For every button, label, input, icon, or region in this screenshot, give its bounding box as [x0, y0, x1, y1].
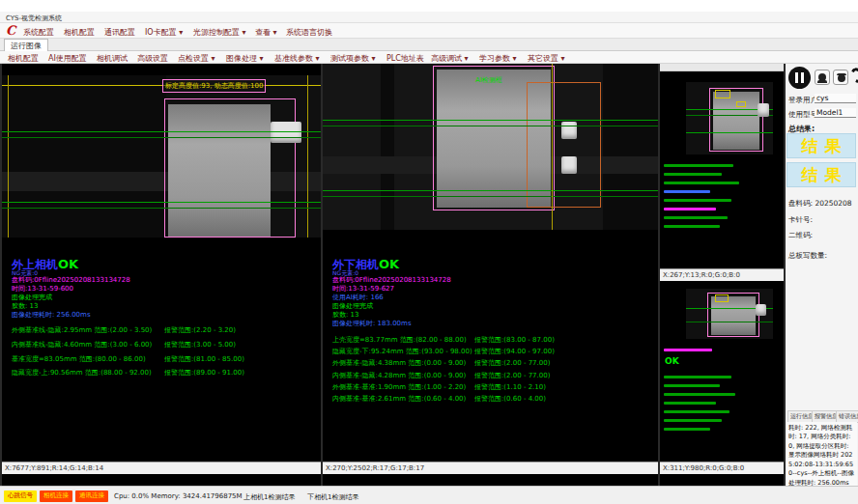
yellow-marker-box — [715, 294, 729, 302]
toolbar-item-5[interactable]: 图像处理 ▾ — [226, 53, 264, 64]
illegible-text-line — [664, 349, 712, 351]
mid-camera-image[interactable]: AI检测框 — [323, 64, 658, 230]
baseline-green-1 — [2, 131, 321, 132]
app-logo-icon: C — [6, 23, 15, 38]
page-top-strip — [0, 0, 858, 12]
toolbar-item-6[interactable]: 基准线参数 ▾ — [274, 53, 320, 64]
measurement-row: 外侧基准-基准:1.90mm 范围:(1.00 - 2.20)报警范围:(1.1… — [332, 382, 642, 392]
mid-camera-panel: AI检测框 外下相机OK NG元素:0 盘料码:0Ffline202502081… — [323, 64, 658, 486]
left-pixel-status: X:7677;Y:891;R:14;G:14;B:14 — [2, 462, 321, 474]
alarm-text: 报警范围:(83.00 - 87.00) — [474, 335, 555, 345]
view-mode-strip: 画面显示 拍照显示 检测显示 — [660, 64, 784, 71]
menu-bar: C 系统配置 相机配置 通讯配置 IO卡配置 ▾ 光源控制配置 ▾ 查看 ▾ 系… — [0, 23, 858, 39]
comm-link-badge: 通讯连接 — [75, 490, 108, 502]
side-view-top[interactable] — [660, 71, 784, 268]
run-log[interactable]: 耗时: 222, 网络检测耗时: 17, 网络分类耗时: 0, 网络提取分区耗时… — [786, 422, 857, 486]
illegible-text-line — [664, 216, 728, 219]
camera-icon-top — [837, 73, 846, 75]
measure-text: 隐藏宽度-上:90.56mm 范围:(88.00 - 92.00) — [12, 369, 152, 377]
baseline-green-4 — [323, 196, 658, 197]
measurement-row: 内侧基准-基准:2.61mm 范围:(0.60 - 4.00)报警范围:(0.6… — [332, 394, 642, 404]
illegible-text-line — [664, 384, 720, 387]
toolbar-item-4[interactable]: 点检设置 ▾ — [178, 53, 215, 64]
heartbeat-badge: 心跳信号 — [4, 490, 37, 502]
menu-item-2[interactable]: 通讯配置 — [104, 27, 135, 38]
yellow-guide-right — [307, 75, 308, 238]
result-ok: OK — [379, 257, 399, 271]
tray-code-row: 盘料码: 20250208 — [788, 199, 852, 209]
measurement-row: 隐藏宽度-下:95.24mm 范围:(93.00 - 98.00)报警范围:(9… — [332, 347, 642, 356]
result-box-1-text: 结果 — [795, 136, 848, 155]
refresh-icon[interactable] — [849, 66, 858, 84]
user-icon-base — [817, 80, 827, 83]
left-camera-image[interactable]: 标定高度值:93, 动态高度值:100 — [2, 75, 321, 238]
tab-strip: 运行图像 — [0, 39, 858, 51]
model-field[interactable]: Model1 — [815, 108, 856, 118]
toolbar-item-9[interactable]: 高级调试 ▾ — [431, 53, 469, 64]
login-user-field[interactable]: cys — [815, 94, 856, 103]
height-overlay-label: 标定高度值:93, 动态高度值:100 — [162, 79, 266, 93]
tab-run-image[interactable]: 运行图像 — [4, 39, 48, 51]
measurement-row: 内侧基准-隐藏:4.28mm 范围:(0.00 - 9.00)报警范围:(2.0… — [332, 371, 642, 380]
menu-item-5[interactable]: 查看 ▾ — [255, 27, 277, 38]
yellow-marker-box — [736, 101, 746, 107]
baseline-green-1 — [323, 120, 658, 121]
menu-item-0[interactable]: 系统配置 — [23, 27, 54, 38]
menu-item-1[interactable]: 相机配置 — [64, 27, 95, 38]
menu-item-6[interactable]: 系统语言切换 — [286, 27, 332, 38]
lower-result-label[interactable]: 下相机1检测结果 — [307, 492, 358, 502]
ai-box-label: AI检测框 — [475, 75, 502, 85]
side-view-bottom[interactable]: OK — [660, 281, 784, 462]
result-box-1: 结果 — [786, 133, 856, 158]
measure-text: 隐藏宽度-下:95.24mm 范围:(93.00 - 98.00) — [332, 348, 472, 355]
baseline-green-3 — [2, 202, 321, 203]
user-icon-button[interactable] — [815, 70, 830, 85]
cpu-memory-text: Cpu: 0.0% Memory: 3424.41796875M — [114, 492, 243, 500]
menu-item-4[interactable]: 光源控制配置 ▾ — [193, 27, 246, 38]
baseline-green-2 — [2, 137, 321, 138]
toolbar-item-11[interactable]: 其它设置 ▾ — [528, 53, 565, 64]
toolbar-item-10[interactable]: 学习参数 ▾ — [479, 53, 517, 64]
measure-text: 基准宽度=83.05mm 范围:(80.00 - 86.00) — [12, 355, 146, 363]
toolbar-item-1[interactable]: AI使用配置 — [48, 53, 87, 64]
toolbar-item-7[interactable]: 测试项参数 ▾ — [330, 53, 376, 64]
baseline-green — [686, 322, 773, 322]
board-count-label: 总板写数量: — [788, 251, 827, 261]
pause-icon — [795, 72, 798, 83]
toolbar-item-8[interactable]: PLC地址表 — [386, 53, 424, 64]
toolbar-item-3[interactable]: 高级设置 — [137, 53, 168, 64]
measurement-row: 内侧基准线-隐藏:4.60mm 范围:(3.00 - 6.00)报警范围:(3.… — [12, 340, 321, 350]
measure-text: 上壳宽度=83.77mm 范围:(82.00 - 88.00) — [332, 336, 467, 344]
result-box-2-text: 结果 — [795, 165, 848, 184]
illegible-text-line — [664, 182, 739, 184]
toolbar-item-0[interactable]: 相机配置 — [8, 53, 39, 64]
measure-text: 外侧基准-隐藏:4.38mm 范围:(0.00 - 9.00) — [332, 359, 466, 367]
side-top-image — [686, 82, 773, 154]
pause-button[interactable] — [788, 67, 811, 89]
camera-icon-button[interactable] — [833, 70, 848, 85]
alarm-text: 报警范围:(0.60 - 4.00) — [474, 394, 546, 404]
side-bottom-image — [686, 289, 773, 339]
illegible-text-line — [664, 419, 722, 422]
measure-text: 内侧基准线-隐藏:4.60mm 范围:(3.00 - 6.00) — [12, 341, 152, 349]
measurement-row: 隐藏宽度-上:90.56mm 范围:(88.00 - 92.00)报警范围:(8… — [12, 368, 321, 378]
illegible-text-line — [664, 410, 729, 413]
menu-item-3[interactable]: IO卡配置 ▾ — [145, 27, 183, 38]
pause-icon — [801, 72, 804, 83]
toolbar-item-2[interactable]: 相机调试 — [97, 53, 128, 64]
baseline-green — [686, 132, 773, 133]
illegible-text-line — [664, 376, 731, 378]
yellow-marker-box — [715, 90, 730, 98]
tool-bar: 相机配置 AI使用配置 相机调试 高级设置 点检设置 ▾ 图像处理 ▾ 基准线参… — [0, 51, 858, 64]
upper-result-label[interactable]: 上相机1检测结果 — [243, 492, 295, 502]
connector-part-2 — [561, 156, 577, 174]
baseline-green-2 — [323, 126, 658, 126]
app-window: CYS-视觉检测系统 C 系统配置 相机配置 通讯配置 IO卡配置 ▾ 光源控制… — [0, 0, 858, 504]
illegible-text-line — [664, 199, 731, 202]
result-ok: OK — [58, 257, 78, 271]
connector-part — [561, 122, 577, 139]
alarm-text: 报警范围:(3.00 - 5.00) — [164, 340, 236, 350]
illegible-text-line — [664, 190, 710, 193]
yellow-guide-left — [8, 75, 9, 238]
tray-code-value: 20250208 — [815, 199, 851, 208]
